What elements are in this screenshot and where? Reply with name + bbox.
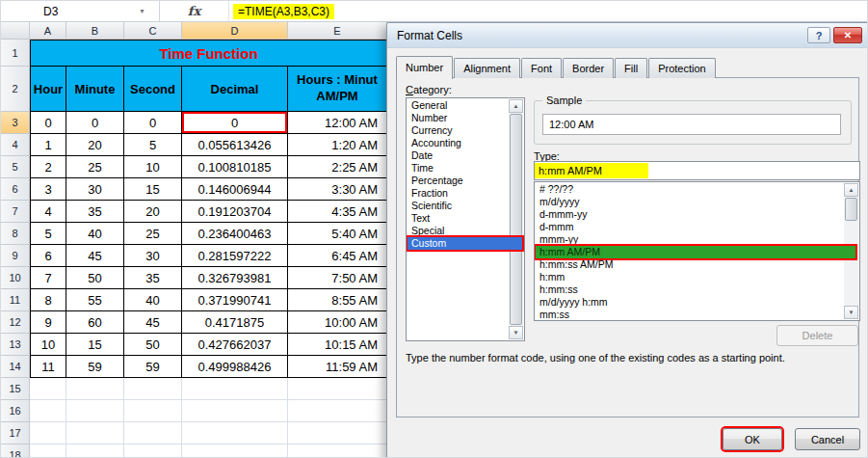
empty-cell[interactable] (288, 378, 387, 400)
delete-button[interactable]: Delete (776, 325, 858, 346)
cell-time[interactable]: 10:15 AM (288, 334, 387, 356)
type-option[interactable]: mm:ss (536, 309, 844, 321)
row-header[interactable]: 15 (1, 378, 30, 400)
cell-hour[interactable]: 7 (30, 267, 66, 289)
row-header[interactable]: 9 (1, 245, 30, 267)
dialog-tab[interactable]: Alignment (454, 58, 520, 78)
category-option[interactable]: Percentage (408, 175, 509, 187)
row-header[interactable]: 17 (1, 422, 30, 445)
row-header[interactable]: 18 (1, 445, 30, 458)
cell-time[interactable]: 2:25 AM (288, 156, 387, 178)
help-button[interactable]: ? (807, 27, 830, 43)
row-header[interactable]: 14 (1, 356, 30, 378)
category-option[interactable]: Scientific (408, 200, 509, 212)
cell-minute[interactable]: 50 (66, 267, 124, 289)
category-listbox[interactable]: GeneralNumberCurrencyAccountingDateTimeP… (406, 97, 525, 341)
cell-decimal[interactable]: 0.281597222 (182, 245, 288, 267)
dialog-tab[interactable]: Fill (615, 58, 647, 78)
cell-time[interactable]: 12:00 AM (288, 112, 387, 134)
empty-cell[interactable] (30, 378, 66, 400)
cell-second[interactable]: 59 (124, 356, 182, 378)
empty-cell[interactable] (288, 400, 387, 422)
empty-cell[interactable] (30, 400, 66, 422)
cell-decimal[interactable]: 0.236400463 (182, 223, 288, 245)
cell-minute[interactable]: 59 (66, 356, 124, 378)
scrollbar-thumb[interactable] (510, 114, 522, 325)
cell-second[interactable]: 30 (124, 245, 182, 267)
chevron-down-icon[interactable]: ▼ (139, 8, 145, 14)
empty-cell[interactable] (66, 445, 124, 458)
cell-second[interactable]: 0 (124, 112, 182, 134)
cell-decimal[interactable]: 0.326793981 (182, 267, 288, 289)
type-listbox[interactable]: # ??/??m/d/yyyyd-mmm-yyd-mmmmmm-yyh:mm A… (534, 181, 860, 321)
cell-second[interactable]: 20 (124, 201, 182, 223)
row-header[interactable]: 8 (1, 223, 30, 245)
row-header[interactable]: 16 (1, 400, 30, 422)
empty-cell[interactable] (182, 378, 288, 400)
empty-cell[interactable] (66, 378, 124, 400)
cell-decimal[interactable]: 0.055613426 (182, 134, 288, 156)
type-option[interactable]: # ??/?? (536, 183, 844, 196)
cell-hour[interactable]: 1 (30, 134, 66, 156)
cell-second[interactable]: 35 (124, 267, 182, 289)
header-cell-second[interactable]: Second (124, 67, 182, 112)
type-option[interactable]: d-mmm (536, 221, 844, 233)
ok-button[interactable]: OK (723, 428, 782, 450)
category-option[interactable]: Number (408, 112, 509, 124)
column-header[interactable]: C (124, 22, 182, 40)
select-all-corner[interactable] (1, 22, 30, 40)
cancel-button[interactable]: Cancel (795, 428, 860, 450)
close-button[interactable]: ✕ (833, 27, 862, 43)
cell-hour[interactable]: 6 (30, 245, 66, 267)
cell-minute[interactable]: 35 (66, 201, 124, 223)
cell-minute[interactable]: 15 (66, 334, 124, 356)
row-header[interactable]: 11 (1, 289, 30, 311)
empty-cell[interactable] (66, 422, 124, 445)
row-header[interactable]: 10 (1, 267, 30, 289)
dialog-tab[interactable]: Font (521, 58, 562, 78)
header-cell-hours-minutes[interactable]: Hours : Minut AM/PM (288, 67, 387, 112)
empty-cell[interactable] (30, 422, 66, 445)
cell-hour[interactable]: 0 (30, 112, 66, 134)
scrollbar-track[interactable] (844, 222, 858, 306)
cell-decimal[interactable]: 0.427662037 (182, 334, 288, 356)
cell-time[interactable]: 1:20 AM (288, 134, 387, 156)
cell-hour[interactable]: 3 (30, 178, 66, 201)
cell-decimal[interactable]: 0.100810185 (182, 156, 288, 178)
header-cell-hour[interactable]: Hour (30, 67, 66, 112)
scroll-down-button[interactable]: ▼ (844, 306, 858, 319)
type-option[interactable]: h:mm (536, 271, 844, 283)
scroll-up-button[interactable]: ▲ (844, 183, 858, 197)
cell-hour[interactable]: 4 (30, 201, 66, 223)
cell-second[interactable]: 15 (124, 178, 182, 201)
cell-hour[interactable]: 8 (30, 289, 66, 311)
type-option[interactable]: d-mmm-yy (536, 208, 844, 221)
type-option[interactable]: m/d/yyyy (536, 196, 844, 208)
cell-time[interactable]: 11:59 AM (288, 356, 387, 378)
scrollbar-thumb[interactable] (845, 198, 857, 221)
formula-input[interactable]: =TIME(A3,B3,C3) (229, 1, 867, 21)
column-header[interactable]: A (30, 22, 66, 40)
cell-time[interactable]: 3:30 AM (288, 178, 387, 201)
cell-time[interactable]: 10:00 AM (288, 311, 387, 334)
dialog-tab[interactable]: Protection (648, 58, 716, 78)
category-option[interactable]: Accounting (408, 137, 509, 149)
category-option[interactable]: Special (408, 225, 509, 237)
merged-title-cell[interactable]: Time Function (30, 40, 387, 67)
category-option[interactable]: Fraction (408, 187, 509, 200)
row-header[interactable]: 3 (1, 112, 30, 134)
cell-time[interactable]: 6:45 AM (288, 245, 387, 267)
type-option[interactable]: h:mm:ss (536, 283, 844, 296)
header-cell-decimal[interactable]: Decimal (182, 67, 288, 112)
empty-cell[interactable] (124, 422, 182, 445)
cell-second[interactable]: 25 (124, 223, 182, 245)
row-header[interactable]: 7 (1, 201, 30, 223)
column-header[interactable]: D (182, 22, 288, 40)
category-option[interactable]: Time (408, 162, 509, 175)
empty-cell[interactable] (182, 422, 288, 445)
cell-second[interactable]: 10 (124, 156, 182, 178)
category-scrollbar[interactable]: ▲ ▼ (509, 99, 523, 339)
row-header[interactable]: 6 (1, 178, 30, 201)
empty-cell[interactable] (124, 378, 182, 400)
cell-minute[interactable]: 40 (66, 223, 124, 245)
